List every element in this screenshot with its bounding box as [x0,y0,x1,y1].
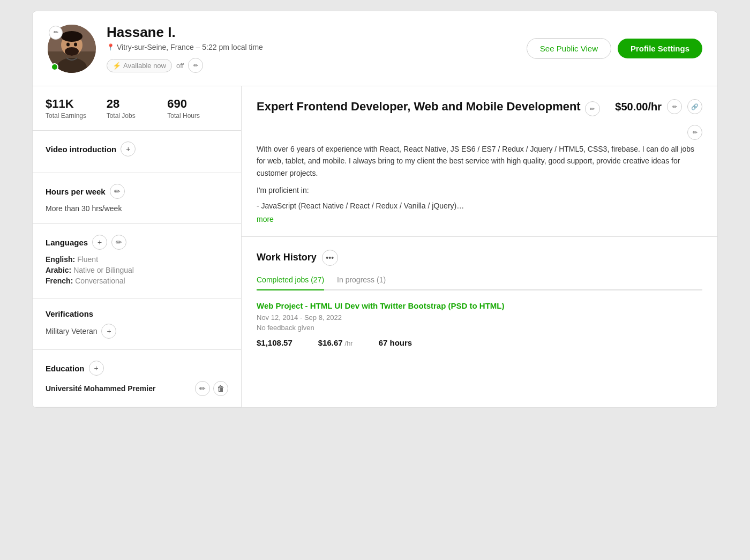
video-intro-title: Video introduction [46,145,116,154]
job-title-row: Expert Frontend Developer, Web and Mobil… [257,99,702,116]
job-title-section: Expert Frontend Developer, Web and Mobil… [242,86,717,237]
avatar-wrapper: ✏ [48,25,96,73]
languages-section: Languages + ✏ English: Fluent Arabic: Na… [33,224,241,298]
svg-point-7 [74,42,77,46]
hours-value: More than 30 hrs/week [46,204,228,213]
bio-more-link[interactable]: more [257,215,274,223]
svg-point-5 [65,47,79,56]
availability-label: Available now [123,62,166,70]
job-entry: Web Project - HTML UI Dev with Twitter B… [257,301,702,347]
edit-languages-button[interactable]: ✏ [111,235,126,250]
see-public-view-button[interactable]: See Public View [527,38,611,59]
edit-rate-button[interactable]: ✏ [667,99,682,114]
job-title-left: Expert Frontend Developer, Web and Mobil… [257,99,604,116]
stat-jobs: 28 Total Jobs [107,97,168,120]
hours-label: Total Hours [167,112,228,120]
verifications-title: Verifications [46,309,93,318]
hours-per-week-section: Hours per week ✏ More than 30 hrs/week [33,173,241,224]
profile-settings-button[interactable]: Profile Settings [618,39,702,58]
job-stat-hours: 67 hours [379,338,412,347]
edit-education-button[interactable]: ✏ [195,381,210,396]
video-intro-section: Video introduction + [33,131,241,173]
work-history-tabs: Completed jobs (27) In progress (1) [257,275,702,290]
edit-job-title-button[interactable]: ✏ [585,101,600,116]
education-title: Education [46,364,85,373]
work-history-title: Work History [257,252,317,263]
job-entry-title[interactable]: Web Project - HTML UI Dev with Twitter B… [257,301,702,310]
svg-point-6 [66,42,70,46]
tab-completed-jobs[interactable]: Completed jobs (27) [257,275,324,290]
work-history-section: Work History ••• Completed jobs (27) In … [242,237,717,360]
language-french: French: Conversational [46,277,228,285]
profile-name: Hassane I. [107,24,516,41]
hours-value: 690 [167,97,228,111]
avatar-edit-button[interactable]: ✏ [49,26,63,40]
work-history-header: Work History ••• [257,250,702,266]
stat-earnings: $11K Total Earnings [46,97,107,120]
edit-bio-button[interactable]: ✏ [687,125,702,140]
job-stat-amount: $1,108.57 [257,338,292,347]
location-text: Vitry-sur-Seine, France – 5:22 pm local … [117,43,263,51]
add-video-intro-button[interactable]: + [121,141,136,156]
stat-hours: 690 Total Hours [167,97,228,120]
verification-item-row: Military Veteran + [46,324,228,339]
job-title-right: $50.00/hr ✏ 🔗 [615,99,702,114]
online-indicator [51,63,58,71]
languages-list: English: Fluent Arabic: Native or Biling… [46,255,228,285]
svg-point-4 [61,31,82,42]
video-intro-header: Video introduction + [46,141,228,156]
tab-in-progress[interactable]: In progress (1) [337,275,386,290]
hourly-rate: $50.00/hr [615,101,662,113]
language-english: English: Fluent [46,255,228,264]
edit-hours-button[interactable]: ✏ [110,184,125,199]
jobs-value: 28 [107,97,168,111]
sidebar: $11K Total Earnings 28 Total Jobs 690 To… [33,86,242,407]
job-stat-rate: $16.67 /hr [318,338,353,347]
bio-proficient-intro: I'm proficient in: [257,184,702,196]
bio-text: With over 6 years of experience with Rea… [257,143,702,179]
verification-item: Military Veteran [46,327,97,335]
add-education-button[interactable]: + [89,361,104,376]
profile-card: ✏ Hassane I. 📍 Vitry-sur-Seine, France –… [32,11,718,408]
availability-row: ⚡ Available now off ✏ [107,58,516,73]
languages-title: Languages [46,238,88,247]
earnings-label: Total Earnings [46,112,107,120]
jobs-label: Total Jobs [107,112,168,120]
job-entry-feedback: No feedback given [257,324,702,332]
language-arabic: Arabic: Native or Bilingual [46,266,228,274]
profile-body: $11K Total Earnings 28 Total Jobs 690 To… [33,86,717,407]
profile-location: 📍 Vitry-sur-Seine, France – 5:22 pm loca… [107,43,516,51]
main-content: Expert Frontend Developer, Web and Mobil… [242,86,717,407]
availability-state: off [176,62,184,70]
education-header: Education + [46,361,228,376]
hours-header: Hours per week ✏ [46,184,228,199]
profile-header: ✏ Hassane I. 📍 Vitry-sur-Seine, France –… [33,11,717,86]
education-section: Education + Université Mohammed Premier … [33,350,241,407]
verifications-header: Verifications [46,309,228,318]
bio-proficient-line: - JavaScript (React Native / React / Red… [257,200,702,212]
link-button[interactable]: 🔗 [687,99,702,114]
availability-edit-button[interactable]: ✏ [188,58,203,73]
add-language-button[interactable]: + [92,235,107,250]
job-entry-dates: Nov 12, 2014 - Sep 8, 2022 [257,313,702,322]
hours-per-week-title: Hours per week [46,187,106,196]
work-history-more-button[interactable]: ••• [322,250,338,266]
availability-badge[interactable]: ⚡ Available now [107,59,172,72]
languages-header: Languages + ✏ [46,235,228,250]
location-pin-icon: 📍 [107,43,115,51]
job-entry-stats: $1,108.57 $16.67 /hr 67 hours [257,338,702,347]
profile-info: Hassane I. 📍 Vitry-sur-Seine, France – 5… [107,24,516,73]
add-verification-button[interactable]: + [101,324,116,339]
education-item: Université Mohammed Premier [46,384,155,393]
earnings-value: $11K [46,97,107,111]
verifications-section: Verifications Military Veteran + [33,298,241,350]
header-actions: See Public View Profile Settings [527,38,702,59]
bio-wrapper: ✏ With over 6 years of experience with R… [257,125,702,223]
stats-row: $11K Total Earnings 28 Total Jobs 690 To… [33,86,241,131]
delete-education-button[interactable]: 🗑 [213,381,228,396]
job-title-text: Expert Frontend Developer, Web and Mobil… [257,99,581,115]
lightning-icon: ⚡ [112,62,121,70]
